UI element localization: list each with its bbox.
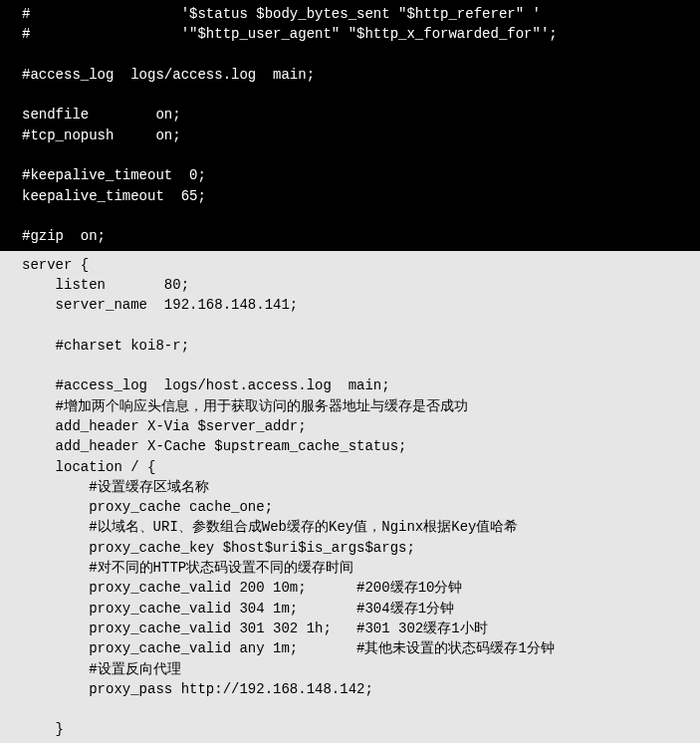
config-light-block: server { listen 80; server_name 192.168.… xyxy=(0,251,700,743)
code-line: #access_log logs/host.access.log main; xyxy=(22,377,390,393)
code-line: # '$status $body_bytes_sent "$http_refer… xyxy=(22,6,541,22)
code-line: #tcp_nopush on; xyxy=(22,127,181,143)
config-dark-block: # '$status $body_bytes_sent "$http_refer… xyxy=(0,0,700,251)
code-line: #设置反向代理 xyxy=(22,661,181,677)
code-line: proxy_cache_valid 200 10m; #200缓存10分钟 xyxy=(22,580,462,596)
code-line: add_header X-Cache $upstream_cache_statu… xyxy=(22,438,406,454)
code-line: proxy_cache_valid any 1m; #其他未设置的状态码缓存1分… xyxy=(22,640,555,656)
code-line: proxy_pass http://192.168.148.142; xyxy=(22,681,373,697)
code-line: # '"$http_user_agent" "$http_x_forwarded… xyxy=(22,26,558,42)
code-line: location / { xyxy=(22,459,155,475)
code-line: #设置缓存区域名称 xyxy=(22,479,209,495)
code-line: server_name 192.168.148.141; xyxy=(22,297,298,313)
code-line: #对不同的HTTP状态码设置不同的缓存时间 xyxy=(22,560,353,576)
code-line: #增加两个响应头信息，用于获取访问的服务器地址与缓存是否成功 xyxy=(22,398,468,414)
code-line: #access_log logs/access.log main; xyxy=(22,67,315,83)
code-line: server { xyxy=(22,257,89,273)
code-line: keepalive_timeout 65; xyxy=(22,188,206,204)
code-line: add_header X-Via $server_addr; xyxy=(22,418,307,434)
code-line: } xyxy=(22,721,64,737)
code-line: sendfile on; xyxy=(22,107,181,123)
code-line: #keepalive_timeout 0; xyxy=(22,167,206,183)
code-line: proxy_cache_key $host$uri$is_args$args; xyxy=(22,540,415,556)
code-line: #charset koi8-r; xyxy=(22,338,189,354)
code-line: proxy_cache_valid 301 302 1h; #301 302缓存… xyxy=(22,620,488,636)
code-line: #gzip on; xyxy=(22,228,106,244)
code-line: proxy_cache cache_one; xyxy=(22,499,273,515)
code-line: listen 80; xyxy=(22,277,189,293)
code-line: proxy_cache_valid 304 1m; #304缓存1分钟 xyxy=(22,601,454,617)
code-line: #以域名、URI、参数组合成Web缓存的Key值，Nginx根据Key值哈希 xyxy=(22,519,518,535)
